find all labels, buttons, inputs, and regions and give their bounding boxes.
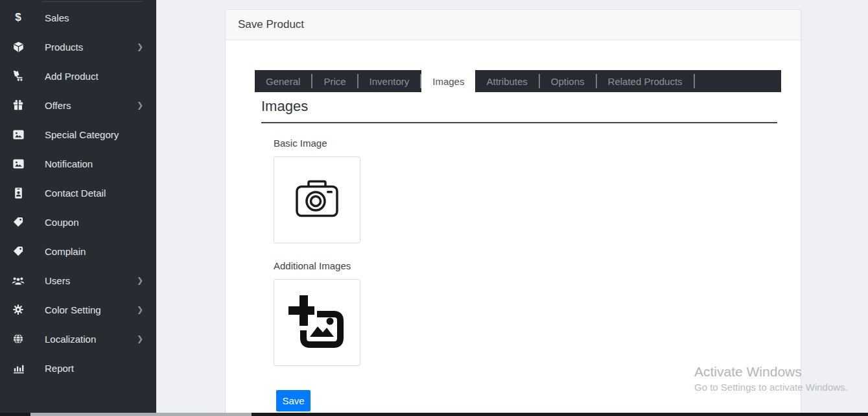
sidebar-item-label: Complain xyxy=(45,246,86,257)
sidebar-item-offers[interactable]: Offers ❯ xyxy=(0,91,156,120)
sidebar-item-contact-detail[interactable]: Contact Detail ❯ xyxy=(0,178,156,208)
save-product-card: Save Product GeneralPriceInventoryImages… xyxy=(225,9,801,416)
tab-inventory[interactable]: Inventory xyxy=(358,70,421,92)
save-button[interactable]: Save xyxy=(276,390,311,411)
sidebar-divider xyxy=(42,1,143,2)
add-photo-icon xyxy=(288,293,346,352)
sidebar-item-users[interactable]: Users ❯ xyxy=(0,266,156,295)
gear-icon xyxy=(11,302,25,317)
sidebar-item-label: Add Product xyxy=(45,71,99,82)
tab-separator xyxy=(694,74,695,88)
screen: $ Sales ❯ Products ❯ Add Product ❯ Offer… xyxy=(0,0,868,416)
users-icon xyxy=(11,273,25,288)
card-header: Save Product xyxy=(226,10,801,40)
chevron-right-icon: ❯ xyxy=(137,276,143,285)
dollar-icon: $ xyxy=(11,10,25,25)
sidebar-item-label: Localization xyxy=(45,334,96,345)
chevron-right-icon: ❯ xyxy=(137,42,143,51)
sidebar-item-label: Notification xyxy=(45,158,93,169)
chart-bar-icon xyxy=(11,361,25,375)
additional-images-label: Additional Images xyxy=(274,260,351,271)
camera-icon xyxy=(296,180,338,220)
sidebar-item-special-category[interactable]: Special Category ❯ xyxy=(0,120,156,149)
sidebar-item-label: Special Category xyxy=(45,129,119,140)
basic-image-upload[interactable] xyxy=(274,156,360,243)
tag-icon xyxy=(11,244,25,258)
chevron-right-icon: ❯ xyxy=(137,334,143,343)
sidebar-item-localization[interactable]: Localization ❯ xyxy=(0,324,156,354)
tab-general[interactable]: General xyxy=(255,70,311,92)
sidebar-item-add-product[interactable]: Add Product ❯ xyxy=(0,62,156,91)
sidebar-item-label: Contact Detail xyxy=(45,188,106,199)
sidebar-item-complain[interactable]: Complain ❯ xyxy=(0,237,156,266)
tab-price[interactable]: Price xyxy=(312,70,357,92)
sidebar-item-label: Sales xyxy=(45,12,69,23)
globe-icon xyxy=(11,332,25,346)
image-icon xyxy=(11,156,25,171)
dolly-icon xyxy=(11,69,25,83)
chevron-right-icon: ❯ xyxy=(137,101,143,110)
sidebar: $ Sales ❯ Products ❯ Add Product ❯ Offer… xyxy=(0,0,156,416)
sidebar-item-label: Report xyxy=(45,363,74,374)
sidebar-item-sales[interactable]: $ Sales ❯ xyxy=(0,3,156,32)
scrollbar-thumb[interactable] xyxy=(30,413,252,416)
gift-icon xyxy=(11,98,25,112)
tab-bar: GeneralPriceInventoryImagesAttributesOpt… xyxy=(255,70,781,92)
sidebar-item-color-setting[interactable]: Color Setting ❯ xyxy=(0,295,156,324)
sidebar-item-label: Offers xyxy=(45,100,71,111)
address-card-icon xyxy=(11,186,25,200)
sidebar-item-label: Users xyxy=(45,275,70,286)
sidebar-item-label: Products xyxy=(45,42,83,53)
tab-options[interactable]: Options xyxy=(540,70,596,92)
sidebar-item-report[interactable]: Report ❯ xyxy=(0,354,156,383)
cube-icon xyxy=(11,40,25,54)
section-heading: Images xyxy=(261,98,308,115)
tab-images[interactable]: Images xyxy=(421,67,475,97)
tab-attributes[interactable]: Attributes xyxy=(475,70,538,92)
sidebar-item-products[interactable]: Products ❯ xyxy=(0,32,156,62)
image-icon xyxy=(11,127,25,141)
heading-rule xyxy=(261,122,777,123)
sidebar-item-coupon[interactable]: Coupon ❯ xyxy=(0,208,156,237)
additional-images-upload[interactable] xyxy=(274,279,360,366)
basic-image-label: Basic Image xyxy=(274,138,327,149)
tag-icon xyxy=(11,215,25,229)
card-title: Save Product xyxy=(238,18,304,31)
sidebar-item-notification[interactable]: Notification ❯ xyxy=(0,149,156,178)
horizontal-scrollbar[interactable] xyxy=(0,413,868,416)
sidebar-item-label: Coupon xyxy=(45,217,79,228)
tab-related-products[interactable]: Related Products xyxy=(597,70,694,92)
sidebar-item-label: Color Setting xyxy=(45,304,101,315)
chevron-right-icon: ❯ xyxy=(137,305,143,314)
